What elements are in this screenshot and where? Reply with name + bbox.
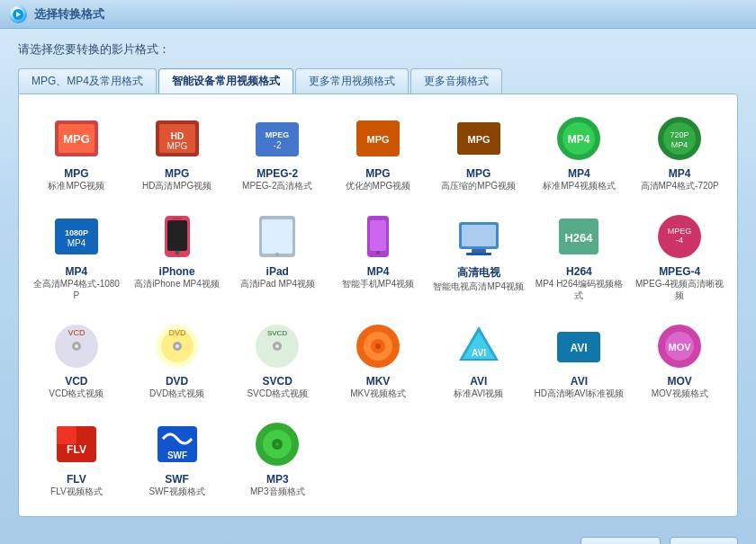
format-name: MPG bbox=[64, 167, 88, 180]
format-name: AVI bbox=[571, 375, 588, 388]
svg-point-57 bbox=[275, 344, 279, 348]
svg-text:MPEG: MPEG bbox=[668, 227, 692, 236]
svg-rect-37 bbox=[462, 225, 496, 246]
format-desc: 标准MPG视频 bbox=[48, 180, 104, 192]
format-desc: DVD格式视频 bbox=[149, 388, 204, 399]
format-item-svcd[interactable]: SVCDSVCDSVCD格式视频 bbox=[229, 315, 326, 406]
format-desc: 高清iPhone MP4视频 bbox=[134, 278, 219, 290]
prompt-text: 请选择您要转换的影片格式： bbox=[18, 41, 738, 58]
format-item-mpeg4[interactable]: MPEG-4MPEG-4MPEG-4视频高清晰视频 bbox=[631, 205, 728, 308]
tab-bar: MPG、MP4及常用格式 智能设备常用视频格式 更多常用视频格式 更多音频格式 bbox=[18, 68, 738, 94]
main-content: 请选择您要转换的影片格式： MPG、MP4及常用格式 智能设备常用视频格式 更多… bbox=[0, 29, 756, 528]
format-item-avi-hd[interactable]: AVIAVIHD高清晰AVI标准视频 bbox=[531, 315, 628, 406]
format-item-mpg[interactable]: MPGMPG标准MPG视频 bbox=[28, 107, 125, 198]
format-item-flv[interactable]: FLVFLVFLV视频格式 bbox=[28, 413, 125, 504]
format-name: AVI bbox=[470, 375, 487, 388]
format-item-mp3[interactable]: MP3MP3音频格式 bbox=[229, 413, 326, 504]
svg-rect-27 bbox=[167, 220, 187, 251]
format-item-mpg-opt[interactable]: MPGMPG优化的MPG视频 bbox=[329, 107, 427, 198]
format-item-mpeg2[interactable]: MPEG-2MPEG-2MPEG-2高清格式 bbox=[229, 107, 326, 198]
format-item-h264[interactable]: H264H264MP4 H264编码视频格式 bbox=[531, 205, 628, 308]
format-item-mp4[interactable]: MP4MP4标准MP4视频格式 bbox=[531, 107, 628, 198]
format-name: H264 bbox=[566, 265, 592, 278]
format-item-mkv[interactable]: MKVMKV视频格式 bbox=[329, 315, 427, 406]
svg-text:MPG: MPG bbox=[366, 134, 389, 145]
title-bar-text: 选择转换格式 bbox=[34, 6, 104, 22]
mp4-1080-icon: 1080PMP4 bbox=[51, 211, 102, 262]
tab-more-video[interactable]: 更多常用视频格式 bbox=[295, 68, 409, 94]
tab-mpg-mp4[interactable]: MPG、MP4及常用格式 bbox=[18, 68, 157, 94]
format-desc: 高清iPad MP4视频 bbox=[240, 278, 315, 290]
format-desc: 优化的MPG视频 bbox=[346, 180, 411, 192]
format-item-ipad[interactable]: iPad高清iPad MP4视频 bbox=[229, 205, 326, 308]
format-desc: HD高清MPG视频 bbox=[142, 180, 212, 192]
swf-icon: SWF bbox=[152, 419, 202, 469]
mp4-720-icon: 720PMP4 bbox=[654, 113, 705, 164]
format-desc: 标准AVI视频 bbox=[454, 388, 503, 399]
svg-rect-9 bbox=[256, 122, 299, 156]
format-panel: MPGMPG标准MPG视频HDMPGMPGHD高清MPG视频MPEG-2MPEG… bbox=[18, 94, 738, 517]
format-desc: MP3音频格式 bbox=[250, 486, 305, 497]
format-item-mp4-720[interactable]: 720PMP4MP4高清MP4格式-720P bbox=[631, 107, 728, 198]
format-desc: 高压缩的MPG视频 bbox=[441, 180, 516, 192]
avi-hd-icon: AVI bbox=[554, 321, 604, 371]
mp3-icon bbox=[252, 419, 302, 469]
mpg-icon: MPG bbox=[51, 113, 102, 164]
tab-more-audio[interactable]: 更多音频格式 bbox=[410, 68, 502, 94]
svg-text:VCD: VCD bbox=[68, 328, 86, 337]
format-desc: HD高清晰AVI标准视频 bbox=[535, 388, 625, 399]
format-name: MOV bbox=[667, 375, 691, 388]
format-item-dvd[interactable]: DVDDVDDVD格式视频 bbox=[129, 315, 226, 406]
hdtv-icon bbox=[454, 211, 504, 262]
app-icon bbox=[9, 5, 27, 23]
format-desc: MPEG-2高清格式 bbox=[242, 180, 312, 192]
format-item-mp4-1080[interactable]: 1080PMP4MP4全高清MP4格式-1080P bbox=[28, 205, 125, 308]
format-item-mpg-hd[interactable]: HDMPGMPGHD高清MPG视频 bbox=[129, 107, 226, 198]
format-desc: SVCD格式视频 bbox=[247, 388, 308, 399]
cancel-button[interactable]: 取消 bbox=[670, 537, 738, 544]
svg-text:1080P: 1080P bbox=[65, 228, 88, 237]
svg-text:MPG: MPG bbox=[166, 141, 187, 151]
format-desc: MP4 H264编码视频格式 bbox=[534, 278, 626, 301]
format-name: MP4 bbox=[66, 265, 88, 278]
mp4-icon: MP4 bbox=[554, 113, 604, 164]
next-button[interactable]: 下一步 bbox=[580, 537, 661, 544]
format-name: MPG bbox=[165, 167, 189, 180]
format-item-mov[interactable]: MOVMOVMOV视频格式 bbox=[631, 315, 728, 406]
svg-point-62 bbox=[375, 343, 381, 349]
format-item-avi[interactable]: AVIAVI标准AVI视频 bbox=[430, 315, 527, 406]
svg-text:SWF: SWF bbox=[166, 450, 186, 460]
format-name: MP4 bbox=[568, 167, 590, 180]
svg-point-53 bbox=[176, 344, 179, 348]
format-name: iPad bbox=[266, 265, 289, 278]
format-name: MPG bbox=[365, 167, 390, 180]
svg-text:FLV: FLV bbox=[67, 443, 86, 456]
svg-text:MP4: MP4 bbox=[671, 140, 688, 149]
format-name: FLV bbox=[67, 473, 86, 486]
mpg-hq-icon: MPG bbox=[454, 113, 504, 164]
svg-text:HD: HD bbox=[170, 131, 183, 141]
svg-text:MP4: MP4 bbox=[68, 238, 86, 248]
format-item-hdtv[interactable]: 高清电视智能电视高清MP4视频 bbox=[430, 205, 527, 308]
format-item-mobile[interactable]: MP4智能手机MP4视频 bbox=[329, 205, 427, 308]
format-name: DVD bbox=[166, 375, 188, 388]
svg-text:SVCD: SVCD bbox=[267, 329, 287, 337]
footer: 下一步 取消 bbox=[0, 528, 756, 544]
tab-smart-device[interactable]: 智能设备常用视频格式 bbox=[158, 68, 293, 94]
format-desc: 全高清MP4格式-1080P bbox=[31, 278, 122, 301]
format-desc: FLV视频格式 bbox=[50, 486, 103, 497]
svg-point-35 bbox=[376, 251, 380, 254]
format-item-swf[interactable]: SWFSWFSWF视频格式 bbox=[129, 413, 226, 504]
flv-icon: FLV bbox=[51, 419, 102, 469]
format-item-vcd[interactable]: VCDVCDVCD格式视频 bbox=[28, 315, 125, 406]
mkv-icon bbox=[353, 321, 403, 371]
mpg-hd-icon: HDMPG bbox=[152, 113, 202, 164]
format-item-iphone[interactable]: iPhone高清iPhone MP4视频 bbox=[129, 205, 226, 308]
svg-text:MPG: MPG bbox=[467, 134, 490, 145]
format-item-mpg-hq[interactable]: MPGMPG高压缩的MPG视频 bbox=[430, 107, 527, 198]
format-name: MP4 bbox=[367, 265, 390, 278]
svg-rect-39 bbox=[466, 253, 491, 255]
svg-point-48 bbox=[75, 344, 78, 348]
format-desc: MPEG-4视频高清晰视频 bbox=[634, 278, 725, 301]
svg-text:720P: 720P bbox=[670, 130, 689, 139]
